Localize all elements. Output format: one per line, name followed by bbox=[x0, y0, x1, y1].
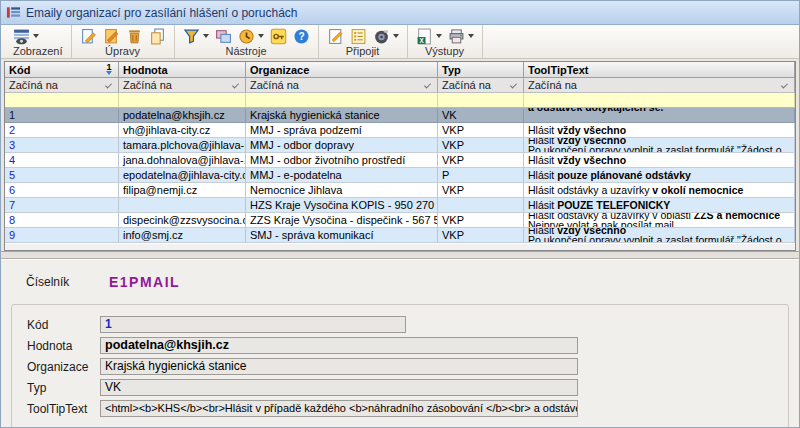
view-table-button[interactable] bbox=[13, 28, 39, 45]
sort-order-indicator: 1 bbox=[106, 64, 112, 75]
column-header-label: ToolTipText bbox=[528, 64, 589, 76]
new-record-button[interactable] bbox=[80, 28, 97, 45]
chevron-down-icon[interactable] bbox=[105, 81, 112, 88]
grid-empty-area bbox=[5, 243, 795, 251]
cell-typ: VKP bbox=[438, 228, 524, 243]
cell-organizace: MMJ - správa podzemí bbox=[246, 123, 438, 138]
chevron-down-icon[interactable] bbox=[33, 34, 39, 38]
cell-typ bbox=[438, 198, 524, 213]
filter-button[interactable] bbox=[183, 28, 209, 45]
cell-typ: VKP bbox=[438, 138, 524, 153]
filter-input-organizace[interactable] bbox=[246, 93, 438, 108]
attach-list-button[interactable] bbox=[350, 28, 367, 45]
filter-operator-kód[interactable]: Začíná na bbox=[5, 78, 119, 93]
window-icon bbox=[6, 5, 21, 20]
field-label-kód: Kód bbox=[12, 318, 100, 332]
attach-list-icon bbox=[350, 28, 367, 45]
toolbar-group-výstupy: XVýstupy bbox=[408, 25, 483, 58]
title-bar: Emaily organizací pro zasílání hlášení o… bbox=[1, 1, 799, 25]
grid-filter-input-row bbox=[5, 93, 795, 108]
export-excel-button[interactable]: X bbox=[416, 28, 442, 45]
grid-container: Kód1HodnotaOrganizaceTypToolTipText Začí… bbox=[1, 59, 799, 251]
history-clock-icon bbox=[238, 28, 255, 45]
chevron-down-icon[interactable] bbox=[258, 34, 264, 38]
attach-note-button[interactable] bbox=[327, 28, 344, 45]
cell-hodnota bbox=[119, 198, 246, 213]
field-value-hodnota[interactable]: podatelna@khsjih.cz bbox=[100, 337, 578, 354]
field-value-typ[interactable]: VK bbox=[100, 379, 578, 396]
field-value-kód[interactable]: 1 bbox=[100, 316, 406, 333]
help-icon: ? bbox=[293, 28, 310, 45]
cell-organizace: SMJ - správa komunikací bbox=[246, 228, 438, 243]
cell-hodnota: jana.dohnalova@jihlava-... bbox=[119, 153, 246, 168]
filter-operator-hodnota[interactable]: Začíná na bbox=[119, 78, 246, 93]
field-value-tooltiptext[interactable]: <html><b>KHS</b><br>Hlásit v případě kaž… bbox=[100, 400, 578, 417]
chevron-down-icon[interactable] bbox=[781, 81, 788, 88]
cell-typ: VKP bbox=[438, 183, 524, 198]
chevron-down-icon[interactable] bbox=[424, 81, 431, 88]
new-record-icon bbox=[80, 28, 97, 45]
edit-record-button[interactable] bbox=[103, 28, 120, 45]
cell-organizace: MMJ - odbor dopravy bbox=[246, 138, 438, 153]
table-row[interactable]: 8dispecink@zzsvysocina.czZZS Kraje Vysoč… bbox=[5, 213, 795, 228]
data-grid: Kód1HodnotaOrganizaceTypToolTipText Začí… bbox=[4, 61, 796, 251]
toolbar-group-zobrazení: Zobrazení bbox=[5, 25, 72, 58]
toolbar-group-label: Připojit bbox=[327, 45, 399, 57]
filter-operator-typ[interactable]: Začíná na bbox=[438, 78, 524, 93]
table-row[interactable]: 5epodatelna@jihlava-city.czMMJ - e-podat… bbox=[5, 168, 795, 183]
cell-organizace: ZZS Kraje Vysočina - dispečink - 567 5..… bbox=[246, 213, 438, 228]
column-header-kód[interactable]: Kód1 bbox=[5, 62, 119, 78]
filter-operator-organizace[interactable]: Začíná na bbox=[246, 78, 438, 93]
filter-icon bbox=[183, 28, 200, 45]
table-row[interactable]: 3tamara.plchova@jihlava-...MMJ - odbor d… bbox=[5, 138, 795, 153]
chevron-down-icon[interactable] bbox=[232, 81, 239, 88]
chevron-down-icon[interactable] bbox=[393, 34, 399, 38]
column-header-typ[interactable]: Typ bbox=[438, 62, 524, 78]
column-header-tooltiptext[interactable]: ToolTipText bbox=[524, 62, 795, 78]
table-row[interactable]: 7HZS Kraje Vysočina KOPIS - 950 270 200H… bbox=[5, 198, 795, 213]
cell-tooltiptext: Hlásit odstávky a uzavírky v oblasti ZZS… bbox=[524, 213, 795, 228]
filter-input-typ[interactable] bbox=[438, 93, 524, 108]
filter-operator-tooltiptext[interactable]: Začíná na bbox=[524, 78, 795, 93]
filter-input-kód[interactable] bbox=[5, 93, 119, 108]
filter-input-tooltiptext[interactable] bbox=[524, 93, 795, 108]
cell-hodnota: filipa@nemji.cz bbox=[119, 183, 246, 198]
chevron-down-icon[interactable] bbox=[436, 34, 442, 38]
cell-organizace: Nemocnice Jihlava bbox=[246, 183, 438, 198]
print-button[interactable] bbox=[448, 28, 474, 45]
chevron-down-icon[interactable] bbox=[468, 34, 474, 38]
key-button[interactable] bbox=[270, 28, 287, 45]
chevron-down-icon[interactable] bbox=[510, 81, 517, 88]
svg-text:?: ? bbox=[298, 31, 304, 42]
column-header-organizace[interactable]: Organizace bbox=[246, 62, 438, 78]
table-row[interactable]: 9info@smj.czSMJ - správa komunikacíVKPHl… bbox=[5, 228, 795, 243]
history-clock-button[interactable] bbox=[238, 28, 264, 45]
cell-kod: 4 bbox=[5, 153, 119, 168]
toolbar-group-připojit: Připojit bbox=[319, 25, 408, 58]
table-row[interactable]: 6filipa@nemji.czNemocnice JihlavaVKPHlás… bbox=[5, 183, 795, 198]
help-button[interactable]: ? bbox=[293, 28, 310, 45]
table-row[interactable]: 4jana.dohnalova@jihlava-...MMJ - odbor ž… bbox=[5, 153, 795, 168]
column-header-hodnota[interactable]: Hodnota bbox=[119, 62, 246, 78]
cell-hodnota: vh@jihlava-city.cz bbox=[119, 123, 246, 138]
table-row[interactable]: 2vh@jihlava-city.czMMJ - správa podzemíV… bbox=[5, 123, 795, 138]
cell-kod: 7 bbox=[5, 198, 119, 213]
column-header-label: Typ bbox=[442, 64, 461, 76]
attach-media-button[interactable] bbox=[373, 28, 399, 45]
filter-input-hodnota[interactable] bbox=[119, 93, 246, 108]
copy-record-button[interactable] bbox=[149, 28, 166, 45]
toolbar-group-label: Nástroje bbox=[183, 45, 310, 57]
cell-typ: VKP bbox=[438, 213, 524, 228]
splitter[interactable] bbox=[1, 251, 799, 259]
detail-groupbox: Kód1Hodnotapodatelna@khsjih.czOrganizace… bbox=[11, 304, 789, 427]
field-value-organizace[interactable]: Krajská hygienická stanice bbox=[100, 358, 578, 375]
table-row[interactable]: 1podatelna@khsjih.czKrajská hygienická s… bbox=[5, 108, 795, 123]
view-table-icon bbox=[13, 28, 30, 45]
key-icon bbox=[270, 28, 287, 45]
app-window: Emaily organizací pro zasílání hlášení o… bbox=[0, 0, 800, 428]
chevron-down-icon[interactable] bbox=[203, 34, 209, 38]
cell-kod: 5 bbox=[5, 168, 119, 183]
duplicate-button[interactable] bbox=[215, 28, 232, 45]
cell-organizace: Krajská hygienická stanice bbox=[246, 108, 438, 123]
delete-record-button[interactable] bbox=[126, 28, 143, 45]
